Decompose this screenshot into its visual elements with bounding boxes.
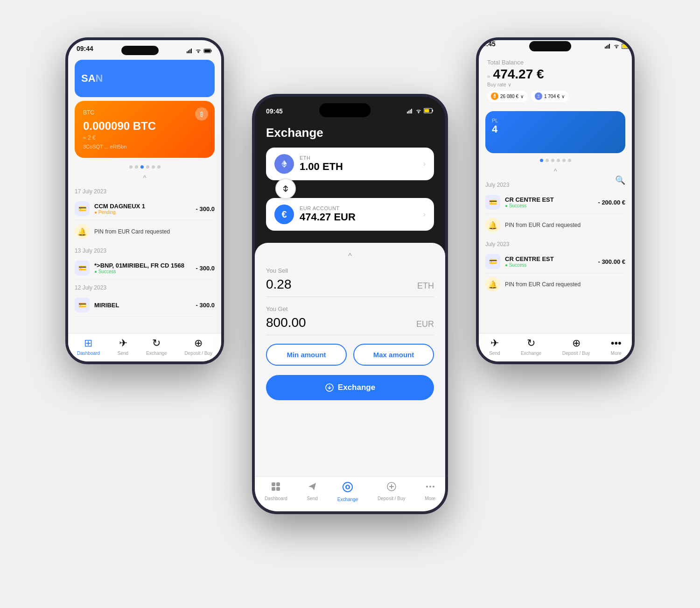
exchange-header: Exchange ETH 1.00 [255,122,445,243]
right-tab-more[interactable]: ••• More [611,337,622,356]
center-tab-more[interactable]: More [425,481,435,502]
svg-point-29 [433,486,434,488]
eth-card-info: ETH 1.00 ETH [300,155,343,173]
exchange-icon: ↻ [152,337,161,349]
btc-card[interactable]: BTC 0.000090 BTC ≈ 2 € 3CoSQT ... eRt5bn… [75,101,215,158]
btc-label: BTC [83,109,206,116]
svg-rect-8 [407,112,408,113]
left-tab-send-label: Send [118,351,128,356]
right-search-icon[interactable]: 🔍 [615,175,625,185]
right-status-icons [605,40,632,53]
left-tab-send[interactable]: ✈ Send [118,337,128,356]
right-txn-amount-2: - 300.00 € [598,258,625,265]
right-more-icon: ••• [611,337,622,349]
center-tab-exchange[interactable]: Exchange [337,481,358,502]
svg-rect-2 [189,49,190,53]
max-amount-button[interactable]: Max amount [353,344,434,366]
svg-point-28 [429,486,431,488]
eur-amount: 474.27 EUR [300,211,356,223]
form-collapse-handle[interactable]: ^ [266,252,434,261]
svg-rect-1 [188,50,189,53]
dot-4 [146,165,149,169]
center-tab-bar: Dashboard Send Exchang [255,476,445,511]
btc-address: 3CoSQT ... eRt5bn [83,144,206,149]
right-txn-status-1: ● Success [505,203,593,208]
amount-buttons: Min amount Max amount [266,344,434,366]
dot-5 [152,165,155,169]
swap-button[interactable] [275,178,296,199]
txn-date-2: 13 July 2023 [75,247,215,254]
center-tab-dashboard[interactable]: Dashboard [265,481,287,502]
left-tab-exchange-label: Exchange [146,351,167,356]
right-card-area: PL 4 [479,109,632,155]
right-blue-card[interactable]: PL 4 [485,111,625,153]
center-tab-dashboard-label: Dashboard [265,496,287,501]
send-icon: ✈ [119,337,127,349]
left-tab-deposit[interactable]: ⊕ Deposit / Buy [185,337,212,356]
btc-rate-icon: ₿ [491,92,498,100]
txn-item-bnp[interactable]: 💳 *>BNP, 01MIRIBEL, FR CD 1568 ● Success… [75,257,215,280]
center-send-icon [307,481,317,495]
dot-6 [157,165,161,169]
right-tab-deposit[interactable]: ⊕ Deposit / Buy [562,337,590,356]
notif-1: 🔔 PIN from EUR Card requested [75,220,215,243]
right-tab-send[interactable]: ✈ Send [489,337,500,356]
eth-amount: 1.00 ETH [300,161,343,173]
eur-card-info: EUR ACCOUNT 474.27 EUR [300,205,356,223]
left-tab-bar: ⊞ Dashboard ✈ Send ↻ Exchange ⊕ Deposit … [68,333,221,361]
right-txn-name-1: CR CENTRE EST [505,196,593,203]
eur-card[interactable]: € EUR ACCOUNT 474.27 EUR › [266,198,434,231]
center-status-icons [407,108,434,115]
eth-coin-icon [274,154,294,174]
right-txn-item-2[interactable]: 💳 CR CENTRE EST ● Success - 300.00 € [485,250,625,273]
btc-rate[interactable]: ₿ 26 080 € ∨ [487,91,527,102]
dashboard-icon: ⊞ [84,337,92,349]
left-tab-exchange[interactable]: ↻ Exchange [146,337,167,356]
battery-icon [203,48,213,55]
buy-rate-row[interactable]: Buy rate ∨ [487,82,623,88]
you-sell-row[interactable]: 0.28 ETH [266,277,434,297]
btc-approx: ≈ 2 € [83,134,206,141]
signal-icon [187,48,193,55]
left-collapse-handle[interactable]: ^ [68,174,221,182]
eth-rate[interactable]: Ξ 1 704 € ∨ [531,91,568,102]
center-tab-send-label: Send [307,496,318,501]
right-txn-item-1[interactable]: 💳 CR CENTRE EST ● Success - 200.00 € [485,191,625,214]
right-collapse-handle[interactable]: ^ [479,168,632,175]
center-wifi-icon [415,108,422,115]
notif-text-1: PIN from EUR Card requested [94,228,170,235]
eth-rate-chevron: ∨ [561,94,565,99]
right-deposit-icon: ⊕ [572,337,581,349]
center-phone: 09:45 Exchange [252,94,448,514]
svg-rect-6 [211,50,212,51]
dot-2 [135,165,138,169]
txn-item-miribel[interactable]: 💳 MIRIBEL - 300.0 [75,294,215,317]
you-sell-value[interactable]: 0.28 [266,277,292,292]
you-get-label: You Get [266,305,434,312]
buy-rate-chevron: ∨ [508,82,511,87]
you-get-row[interactable]: 800.00 EUR [266,315,434,335]
dot-3-active [140,165,144,169]
deposit-icon: ⊕ [194,337,203,349]
min-amount-button[interactable]: Min amount [266,344,347,366]
svg-rect-15 [425,109,429,112]
left-blue-card-label: SA [81,72,96,85]
right-tab-deposit-label: Deposit / Buy [562,351,590,356]
eth-card[interactable]: ETH 1.00 ETH › [266,148,434,180]
right-wifi-icon [613,43,620,50]
exchange-button[interactable]: Exchange [266,375,434,400]
left-phone-content: 09:44 SA N BTC 0.000090 BTC [68,40,221,361]
right-dot-6 [568,159,571,162]
svg-rect-33 [609,44,610,49]
you-get-value[interactable]: 800.00 [266,315,306,330]
txn-item-ccm[interactable]: 💳 CCM DAGNEUX 1 ● Pending - 300.0 [75,198,215,220]
swap-container [266,185,434,198]
center-tab-send[interactable]: Send [307,481,318,502]
left-tab-dashboard[interactable]: ⊞ Dashboard [77,337,100,356]
right-tab-exchange[interactable]: ↻ Exchange [521,337,541,356]
left-tab-dashboard-label: Dashboard [77,351,100,356]
right-transactions: July 2023 💳 CR CENTRE EST ● Success - 20… [479,177,632,333]
center-tab-deposit[interactable]: Deposit / Buy [378,481,405,502]
right-tab-send-label: Send [489,351,500,356]
svg-rect-30 [605,47,606,49]
